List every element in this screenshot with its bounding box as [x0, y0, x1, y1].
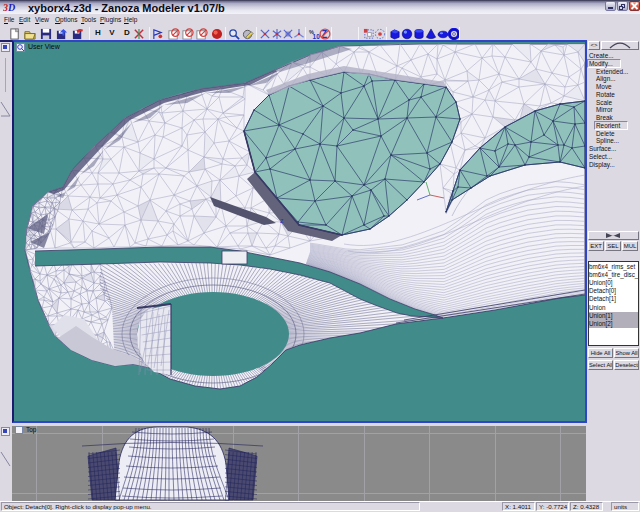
- svg-text:D: D: [7, 2, 15, 13]
- svg-text:z: z: [280, 217, 284, 224]
